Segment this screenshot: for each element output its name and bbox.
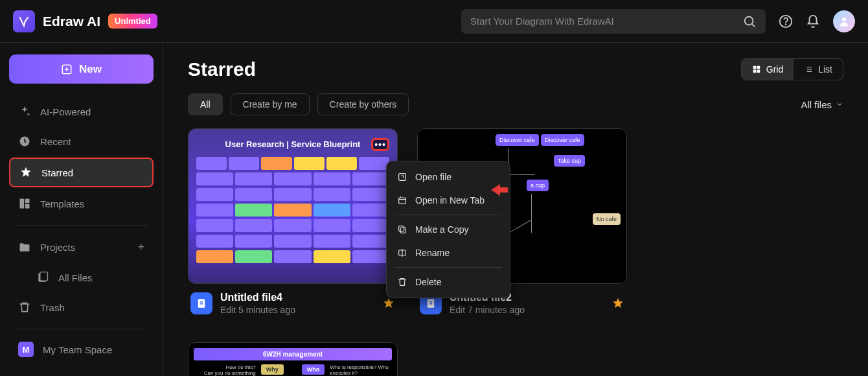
sidebar-item-starred[interactable]: Starred	[9, 158, 154, 187]
star-icon	[19, 166, 32, 179]
app-name: Edraw AI	[43, 14, 100, 29]
svg-point-2	[786, 24, 786, 25]
file-time: Edit 7 minutes ago	[450, 305, 604, 315]
copy-icon	[397, 224, 407, 235]
app-logo	[13, 10, 35, 32]
bell-icon[interactable]	[806, 14, 820, 29]
svg-rect-7	[25, 199, 30, 204]
svg-rect-13	[753, 70, 757, 73]
sidebar-item-trash[interactable]: Trash	[9, 294, 154, 321]
trash-icon	[397, 277, 407, 287]
view-switch: Grid List	[741, 58, 843, 80]
sidebar-item-templates[interactable]: Templates	[9, 190, 154, 217]
sidebar-item-recent[interactable]: Recent	[9, 128, 154, 155]
sidebar-item-ai-powered[interactable]: AI-Powered	[9, 98, 154, 125]
plan-badge: Unlmtied	[108, 14, 157, 29]
svg-rect-12	[757, 66, 760, 69]
new-button[interactable]: New	[9, 54, 154, 84]
svg-rect-11	[753, 66, 757, 69]
svg-rect-8	[25, 204, 30, 209]
sparkle-icon	[18, 105, 31, 118]
plus-icon	[61, 64, 73, 75]
file-time: Edit 5 minutes ago	[220, 305, 374, 315]
list-icon	[804, 65, 813, 74]
filter-create-by-me[interactable]: Create by me	[231, 93, 310, 115]
trash-icon	[18, 301, 31, 314]
chevron-down-icon	[836, 100, 843, 108]
more-button[interactable]: •••	[371, 138, 389, 151]
star-icon[interactable]	[611, 297, 624, 310]
svg-point-0	[745, 16, 753, 25]
star-icon[interactable]	[382, 297, 395, 310]
folder-icon	[18, 241, 31, 254]
sidebar-item-team-space[interactable]: M My Team Space	[9, 335, 154, 364]
avatar[interactable]	[833, 10, 855, 32]
view-grid-button[interactable]: Grid	[742, 59, 794, 80]
open-icon	[397, 172, 407, 182]
file-name: Untitled file4	[220, 292, 374, 303]
file-card[interactable]: 6W2H management How do this?Can you do s…	[188, 342, 398, 376]
context-menu: Open file Open in New Tab Make a Copy Re…	[386, 161, 510, 298]
filter-all[interactable]: All	[188, 93, 223, 115]
search-box[interactable]	[461, 9, 766, 34]
templates-icon	[18, 197, 31, 210]
clock-icon	[18, 135, 31, 148]
menu-make-copy[interactable]: Make a Copy	[387, 218, 510, 241]
add-project-icon[interactable]: +	[137, 241, 144, 254]
svg-rect-6	[20, 199, 25, 209]
files-icon	[36, 271, 49, 284]
svg-rect-23	[400, 228, 405, 233]
view-list-button[interactable]: List	[794, 59, 843, 80]
team-badge: M	[18, 342, 34, 357]
filter-dropdown[interactable]: All files	[801, 99, 843, 110]
help-icon[interactable]	[779, 14, 793, 29]
grid-icon	[752, 65, 761, 74]
file-thumbnail: 6W2H management How do this?Can you do s…	[188, 343, 397, 376]
sidebar-item-projects[interactable]: Projects +	[9, 233, 154, 261]
rename-icon	[397, 248, 407, 258]
page-title: Starred	[188, 58, 256, 80]
menu-rename[interactable]: Rename	[387, 241, 510, 264]
sidebar-item-all-files[interactable]: All Files	[9, 264, 154, 291]
search-icon[interactable]	[742, 14, 757, 29]
svg-rect-21	[399, 174, 406, 181]
svg-point-3	[842, 18, 846, 21]
new-tab-icon	[397, 195, 407, 206]
file-thumbnail: User Research | Service Blueprint	[188, 129, 397, 283]
search-input[interactable]	[470, 16, 736, 27]
menu-delete[interactable]: Delete	[387, 270, 510, 294]
svg-rect-24	[399, 226, 404, 231]
svg-rect-14	[757, 70, 760, 73]
file-card[interactable]: User Research | Service Blueprint •••	[188, 128, 398, 323]
arrow-callout	[491, 183, 509, 200]
svg-rect-10	[40, 272, 48, 281]
dots-icon: •••	[374, 140, 386, 149]
file-type-icon	[190, 292, 212, 314]
svg-rect-22	[399, 198, 406, 204]
filter-create-by-others[interactable]: Create by others	[317, 93, 409, 115]
